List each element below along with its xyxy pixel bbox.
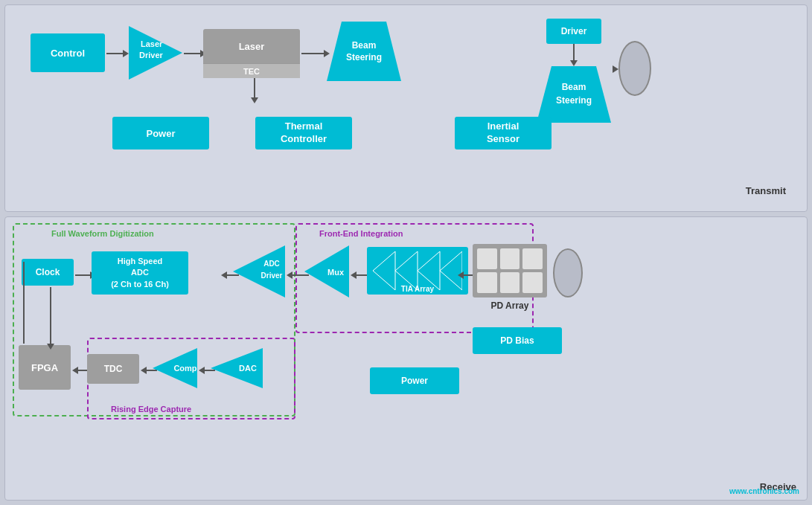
pd-bias-block: PD Bias [473, 327, 562, 354]
full-waveform-label: Full Waveform Digitization [51, 229, 154, 238]
transmit-label: Transmit [746, 185, 786, 196]
svg-text:Mux: Mux [327, 268, 345, 277]
thermal-controller-label: Thermal Controller [281, 120, 327, 146]
svg-marker-3 [327, 22, 401, 81]
inertial-sensor-block: Inertial Sensor [455, 117, 552, 149]
svg-marker-6 [537, 66, 611, 123]
tec-bar: TEC [203, 63, 300, 78]
pd-cell [500, 248, 520, 269]
arrow-control-laserdriver [106, 50, 129, 57]
front-end-label: Front-End Integration [319, 229, 403, 238]
arrow-driver-down [570, 44, 578, 66]
pd-cell [477, 248, 497, 269]
svg-text:Steering: Steering [346, 52, 382, 62]
driver-block [340, 5, 389, 23]
arrow-clock-fpga [47, 287, 54, 350]
watermark: www.cntronics.com [729, 487, 799, 495]
pd-cell [522, 248, 543, 269]
high-speed-adc-block: High Speed ADC (2 Ch to 16 Ch) [92, 251, 188, 295]
arrow-tec-thermal [251, 78, 258, 103]
power-block-transmit: Power [112, 117, 209, 149]
transmit-section: Control Laser Driver [4, 4, 808, 212]
fpga-block: FPGA [19, 345, 71, 390]
control-block: Control [31, 33, 105, 72]
arrow-laser-beamsteering [301, 50, 330, 57]
driver-rect: Driver [546, 19, 601, 44]
receive-section: Full Waveform Digitization Front-End Int… [4, 216, 808, 501]
beam-steering-svg: Beam Steering [327, 22, 401, 81]
beam-steering-block: Beam Steering [327, 22, 401, 81]
svg-text:Driver: Driver [261, 271, 283, 280]
svg-text:Steering: Steering [556, 95, 592, 106]
svg-marker-17 [440, 251, 462, 290]
laser-block: Laser [203, 29, 300, 63]
clock-block: Clock [22, 259, 74, 286]
receive-ellipse [553, 248, 583, 297]
transmit-inner: Control Laser Driver [16, 13, 796, 204]
tdc-block: TDC [87, 354, 139, 384]
tia-array-block: TIA Array [367, 247, 468, 295]
adc-driver-block: ADC Driver [233, 245, 285, 297]
svg-text:Beam: Beam [352, 40, 377, 51]
power-block-receive: Power [370, 367, 459, 394]
svg-text:ADC: ADC [263, 260, 280, 268]
laser-driver-block: Laser Driver [129, 26, 182, 80]
mux-block: Mux [304, 245, 349, 297]
driver-top-block: Driver Beam Steering [537, 19, 611, 123]
laser-driver-svg: Laser Driver [129, 26, 182, 80]
arrow-fpga-adc-vertical [23, 262, 25, 344]
arrow-beamsteering-ellipse [613, 65, 618, 73]
dac-block: DAC [211, 348, 263, 388]
svg-text:Beam: Beam [562, 82, 586, 92]
comp-block: Comp [153, 348, 197, 388]
svg-marker-14 [373, 251, 395, 290]
beam-steering-svg-block: Beam Steering [537, 66, 611, 123]
svg-text:Comp: Comp [173, 364, 196, 373]
transmit-ellipse [618, 41, 651, 96]
thermal-controller-block: Thermal Controller [255, 117, 352, 149]
pd-cell [500, 272, 520, 293]
svg-text:DAC: DAC [239, 364, 257, 373]
pd-cell [522, 272, 543, 293]
pd-array-label: PD Array [473, 300, 547, 311]
svg-text:Driver: Driver [139, 51, 164, 59]
laser-tec-block: Laser TEC [203, 29, 300, 78]
main-container: Control Laser Driver [0, 0, 812, 505]
svg-text:Laser: Laser [141, 39, 163, 48]
rising-edge-label: Rising Edge Capture [111, 405, 191, 414]
pd-cell [477, 272, 497, 293]
pd-array-block [473, 244, 547, 297]
